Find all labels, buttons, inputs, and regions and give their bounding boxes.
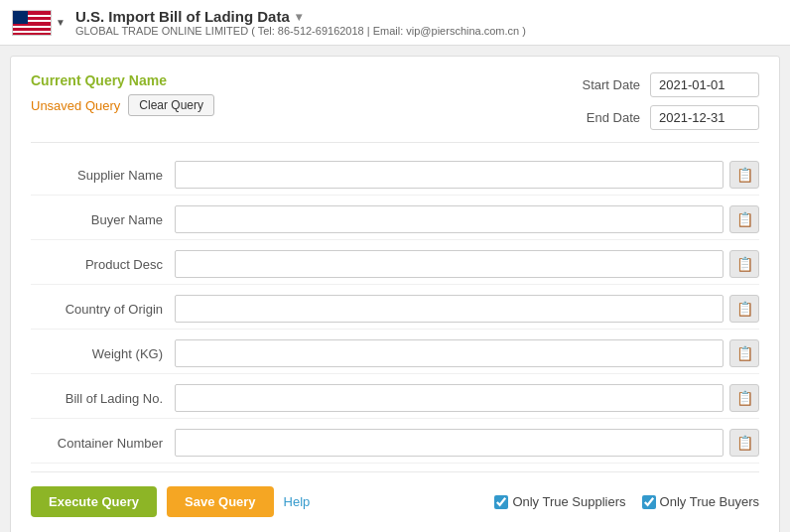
start-date-input[interactable]: [650, 72, 759, 97]
filter-button-supplier-name[interactable]: 📋: [729, 161, 759, 189]
query-name-section: Current Query Name Unsaved Query Clear Q…: [31, 72, 759, 143]
label-buyer-name: Buyer Name: [31, 212, 175, 227]
date-section: Start Date End Date: [571, 72, 759, 130]
form-row: Weight (KG)📋: [31, 333, 759, 374]
form-section: Supplier Name📋Buyer Name📋Product Desc📋Co…: [31, 155, 759, 464]
end-date-label: End Date: [571, 110, 640, 125]
filter-icon: 📋: [736, 345, 753, 361]
only-true-buyers-checkbox[interactable]: [642, 495, 656, 509]
flag-dropdown-arrow[interactable]: ▼: [56, 17, 66, 28]
label-bill-of-lading-no: Bill of Lading No.: [31, 391, 175, 406]
filter-button-product-desc[interactable]: 📋: [729, 250, 759, 278]
only-true-suppliers-checkbox[interactable]: [494, 495, 508, 509]
only-true-buyers-text: Only True Buyers: [660, 494, 759, 509]
input-buyer-name[interactable]: [175, 205, 724, 233]
header-title-block: U.S. Import Bill of Lading Data ▾ GLOBAL…: [75, 8, 526, 37]
checkbox-group: Only True Suppliers Only True Buyers: [494, 494, 759, 509]
app-title: U.S. Import Bill of Lading Data ▾: [75, 8, 526, 25]
filter-icon: 📋: [736, 211, 753, 227]
form-row: Bill of Lading No.📋: [31, 378, 759, 419]
input-supplier-name[interactable]: [175, 161, 724, 189]
only-true-suppliers-label[interactable]: Only True Suppliers: [494, 494, 625, 509]
input-weight-kg[interactable]: [175, 339, 724, 367]
filter-icon: 📋: [736, 256, 753, 272]
input-country-of-origin[interactable]: [175, 295, 724, 323]
flag-dropdown[interactable]: ▼: [12, 10, 66, 36]
filter-icon: 📋: [736, 167, 753, 183]
clear-query-button[interactable]: Clear Query: [128, 94, 214, 116]
label-product-desc: Product Desc: [31, 257, 175, 272]
label-supplier-name: Supplier Name: [31, 168, 175, 183]
filter-button-weight-kg[interactable]: 📋: [729, 339, 759, 367]
help-link[interactable]: Help: [284, 494, 311, 509]
app-subtitle: GLOBAL TRADE ONLINE LIMITED ( Tel: 86-51…: [75, 25, 526, 37]
input-bill-of-lading-no[interactable]: [175, 384, 724, 412]
save-query-button[interactable]: Save Query: [167, 486, 274, 517]
start-date-label: Start Date: [571, 77, 640, 92]
label-country-of-origin: Country of Origin: [31, 302, 175, 317]
end-date-input[interactable]: [650, 105, 759, 130]
title-text: U.S. Import Bill of Lading Data: [75, 8, 290, 25]
only-true-buyers-label[interactable]: Only True Buyers: [642, 494, 759, 509]
us-flag: [12, 10, 52, 36]
start-date-row: Start Date: [571, 72, 759, 97]
filter-button-container-number[interactable]: 📋: [729, 429, 759, 457]
filter-icon: 📋: [736, 435, 753, 451]
form-row: Country of Origin📋: [31, 289, 759, 330]
form-row: Supplier Name📋: [31, 155, 759, 196]
label-weight-kg: Weight (KG): [31, 346, 175, 361]
form-row: Container Number📋: [31, 423, 759, 464]
end-date-row: End Date: [571, 105, 759, 130]
filter-icon: 📋: [736, 301, 753, 317]
filter-button-country-of-origin[interactable]: 📋: [729, 295, 759, 323]
label-container-number: Container Number: [31, 436, 175, 451]
form-row: Product Desc📋: [31, 244, 759, 285]
input-product-desc[interactable]: [175, 250, 724, 278]
filter-button-buyer-name[interactable]: 📋: [729, 205, 759, 233]
current-query-label: Current Query Name: [31, 72, 214, 88]
main-content: Current Query Name Unsaved Query Clear Q…: [10, 56, 780, 532]
execute-query-button[interactable]: Execute Query: [31, 486, 157, 517]
app-header: ▼ U.S. Import Bill of Lading Data ▾ GLOB…: [0, 0, 790, 46]
only-true-suppliers-text: Only True Suppliers: [512, 494, 625, 509]
footer: Execute Query Save Query Help Only True …: [31, 471, 759, 521]
filter-icon: 📋: [736, 390, 753, 406]
title-dropdown-arrow[interactable]: ▾: [296, 10, 302, 24]
input-container-number[interactable]: [175, 429, 724, 457]
unsaved-query-text: Unsaved Query: [31, 98, 120, 113]
form-row: Buyer Name📋: [31, 200, 759, 240]
filter-button-bill-of-lading-no[interactable]: 📋: [729, 384, 759, 412]
query-name-left: Current Query Name Unsaved Query Clear Q…: [31, 72, 214, 116]
